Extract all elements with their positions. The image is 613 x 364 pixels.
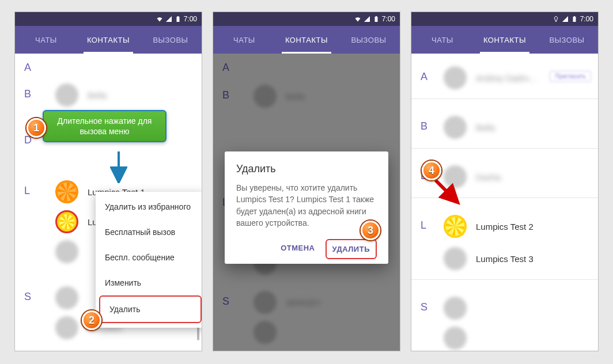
- battery-icon: [175, 16, 181, 22]
- avatar-lemon-icon: [55, 210, 78, 233]
- red-arrow-icon: [432, 177, 461, 206]
- wifi-icon: [354, 16, 361, 22]
- contact-name: Bella: [88, 90, 107, 100]
- contact-row[interactable]: Bella: [444, 116, 495, 139]
- contact-row[interactable]: Andrey Dadm...: [444, 66, 536, 89]
- step-marker-1: 1: [27, 118, 46, 138]
- status-bar: 7:00: [213, 12, 400, 26]
- avatar: [444, 297, 467, 320]
- status-time: 7:00: [382, 15, 395, 23]
- invite-button[interactable]: Пригласить: [550, 71, 591, 82]
- avatar: [444, 247, 467, 270]
- divider: [411, 148, 598, 149]
- phone-screen-2: 7:00 ЧАТЫ КОНТАКТЫ ВЫЗОВЫ A B Bella L Lu…: [213, 12, 400, 351]
- section-L: L: [421, 219, 426, 232]
- contact-lumpics3[interactable]: Lumpics Test 3: [444, 247, 533, 270]
- menu-edit[interactable]: Изменить: [96, 270, 202, 295]
- battery-icon: [571, 16, 578, 22]
- contact-row[interactable]: Bella: [55, 84, 107, 107]
- avatar: [444, 66, 467, 89]
- tab-calls[interactable]: ВЫЗОВЫ: [139, 26, 202, 54]
- top-tabs: ЧАТЫ КОНТАКТЫ ВЫЗОВЫ: [15, 26, 202, 54]
- divider: [411, 279, 598, 280]
- signal-icon: [165, 16, 172, 22]
- divider: [411, 98, 598, 99]
- contact-name: Dasha: [476, 172, 501, 182]
- contact-name: Lumpics Test 3: [476, 254, 533, 264]
- diamond-icon: [553, 16, 559, 22]
- contact-row[interactable]: [55, 286, 78, 309]
- step-marker-4: 4: [422, 161, 441, 180]
- phone-screen-3: 7:00 ЧАТЫ КОНТАКТЫ ВЫЗОВЫ A Andrey Dadm.…: [411, 12, 599, 351]
- dialog-confirm-button[interactable]: УДАЛИТЬ: [326, 239, 377, 259]
- avatar: [444, 116, 467, 139]
- avatar: [55, 84, 78, 107]
- wifi-icon: [156, 16, 163, 22]
- signal-icon: [364, 16, 370, 22]
- status-bar: 7:00: [411, 12, 598, 26]
- section-B: B: [24, 88, 31, 100]
- section-A: A: [421, 71, 427, 83]
- section-S: S: [24, 291, 31, 303]
- tab-contacts[interactable]: КОНТАКТЫ: [275, 26, 338, 54]
- dialog-actions: ОТМЕНА УДАЛИТЬ: [236, 239, 377, 259]
- avatar-orange-icon: [55, 180, 78, 203]
- dialog-cancel-button[interactable]: ОТМЕНА: [275, 239, 320, 259]
- battery-icon: [373, 16, 380, 22]
- avatar-lemon-icon: [444, 215, 467, 238]
- section-B: B: [421, 120, 427, 132]
- tab-contacts[interactable]: КОНТАКТЫ: [474, 26, 536, 54]
- tab-calls[interactable]: ВЫЗОВЫ: [338, 26, 400, 54]
- contact-name: Bella: [476, 123, 495, 132]
- contact-row[interactable]: [444, 297, 467, 320]
- dialog-title: Удалить: [236, 163, 377, 175]
- tab-chats[interactable]: ЧАТЫ: [213, 26, 275, 54]
- status-time: 7:00: [580, 15, 593, 23]
- contact-lumpics2[interactable]: Lu: [55, 210, 97, 233]
- menu-remove-fav[interactable]: Удалить из избранного: [96, 194, 202, 219]
- step-marker-2: 2: [82, 310, 101, 330]
- menu-delete[interactable]: Удалить: [99, 295, 202, 323]
- menu-free-msg[interactable]: Беспл. сообщение: [96, 245, 202, 270]
- status-bar: 7:00: [15, 12, 202, 26]
- context-menu: Удалить из избранного Бесплатный вызов Б…: [96, 192, 202, 328]
- contact-name: Lumpics Test 2: [476, 222, 533, 232]
- tooltip-text: Длительное нажатие для вызова меню: [58, 116, 152, 136]
- avatar: [55, 286, 78, 309]
- delete-dialog: Удалить Вы уверены, что хотите удалить L…: [225, 151, 388, 264]
- contact-name: Andrey Dadm...: [476, 73, 536, 83]
- tab-chats[interactable]: ЧАТЫ: [411, 26, 474, 54]
- contacts-list[interactable]: A B Bella D L Lumpics Test 1 Lu S av Ani…: [15, 54, 202, 351]
- contacts-list: A B Bella L Lumpics Test 1 Lumpics Test …: [213, 54, 400, 351]
- dialog-body: Вы уверены, что хотите удалить Lumpics T…: [236, 182, 377, 229]
- contact-lumpics2[interactable]: Lumpics Test 2: [444, 215, 533, 238]
- avatar: [444, 327, 467, 350]
- menu-free-call[interactable]: Бесплатный вызов: [96, 219, 202, 245]
- phone-screen-1: 7:00 ЧАТЫ КОНТАКТЫ ВЫЗОВЫ A B Bella D L …: [14, 12, 202, 351]
- top-tabs: ЧАТЫ КОНТАКТЫ ВЫЗОВЫ: [213, 26, 400, 54]
- tab-calls[interactable]: ВЫЗОВЫ: [536, 26, 598, 54]
- tab-contacts[interactable]: КОНТАКТЫ: [77, 26, 139, 54]
- arrow-down-icon: [110, 151, 127, 183]
- step-marker-3: 3: [361, 221, 380, 240]
- signal-icon: [562, 16, 569, 22]
- avatar: [55, 240, 78, 263]
- status-time: 7:00: [184, 15, 197, 23]
- avatar: [55, 316, 78, 339]
- section-S: S: [421, 301, 427, 313]
- tooltip-callout: Длительное нажатие для вызова меню: [43, 110, 167, 142]
- contact-row[interactable]: [55, 240, 78, 263]
- section-A: A: [24, 62, 31, 74]
- tab-chats[interactable]: ЧАТЫ: [15, 26, 77, 54]
- section-L: L: [24, 185, 30, 197]
- contact-row[interactable]: [444, 327, 467, 350]
- top-tabs: ЧАТЫ КОНТАКТЫ ВЫЗОВЫ: [411, 26, 598, 54]
